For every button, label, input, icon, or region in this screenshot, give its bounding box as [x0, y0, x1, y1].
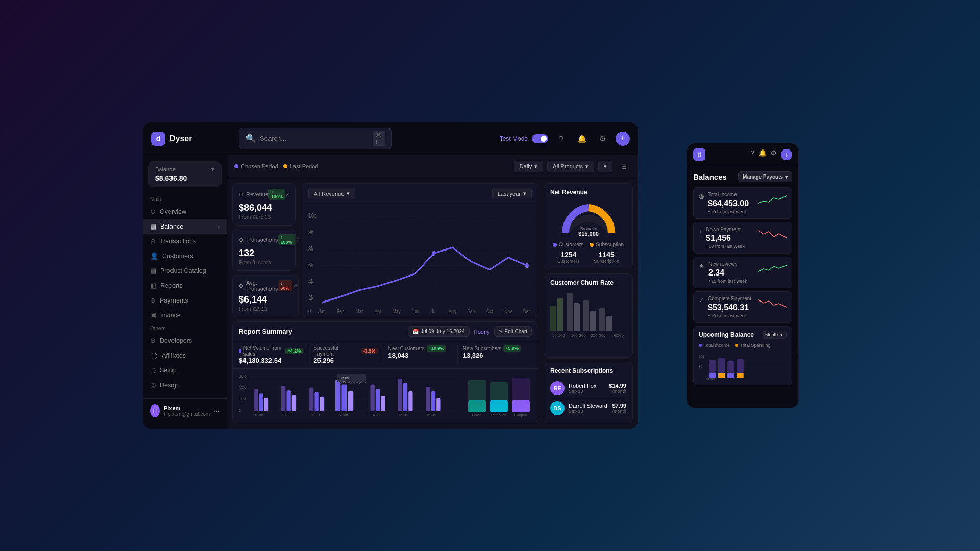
period-dropdown[interactable]: Last year ▾	[492, 188, 532, 199]
avg-trans-icon: ⊙	[239, 283, 243, 289]
svg-text:Sep: Sep	[467, 308, 475, 314]
chart-body: 10k 9k 8k 6k 4k 2k 0	[302, 204, 538, 317]
user-email: hipixem@gmail.com	[164, 411, 210, 417]
report-date-btn[interactable]: 📅 Jul 09-July 16 2024	[408, 326, 470, 337]
svg-text:Apr: Apr	[375, 308, 382, 314]
all-products-dropdown[interactable]: All Products ▾	[547, 161, 594, 172]
new-reviews-value: 2.34	[708, 268, 754, 278]
transactions-stat-icon: ⊕	[239, 237, 243, 243]
filter-btn[interactable]: ⊞	[617, 159, 631, 173]
sidebar-item-customers[interactable]: 👤 Customers	[143, 248, 227, 263]
edit-chart-button[interactable]: ✎ Edit Chart	[494, 326, 532, 337]
svg-text:Feb: Feb	[337, 308, 345, 314]
rsp-header: d ? 🔔 ⚙ +	[687, 143, 798, 166]
subscription-item-1: RF Robert Fox Sep 18 $14.99 /month	[550, 379, 626, 398]
balance-chevron-icon: ▾	[211, 166, 214, 173]
subscription-count: 1145	[594, 251, 619, 259]
complete-payment-icon: ✓	[699, 297, 704, 304]
left-panel: ⊙ Revenue ↑ 160% ↗ $86,044 From $175.26	[227, 178, 544, 429]
hourly-button[interactable]: Hourly	[474, 329, 490, 335]
new-reviews-item: ★ New reviews 2.34 +10 from last week	[693, 257, 792, 288]
upcoming-header: Upcoming Balance Month ▾	[699, 331, 787, 339]
content-grid: ⊙ Revenue ↑ 160% ↗ $86,044 From $175.26	[227, 178, 638, 429]
svg-text:20k: 20k	[239, 374, 246, 379]
churn-bar	[583, 300, 589, 331]
churn-bar	[599, 308, 605, 331]
svg-rect-88	[737, 373, 744, 378]
svg-text:11 Jul: 11 Jul	[310, 414, 320, 417]
payments-icon: ⊕	[150, 296, 156, 304]
customers-legend-label: Customers	[559, 242, 583, 247]
net-revenue-title: Net Revenue	[550, 189, 626, 196]
upcoming-period-dropdown[interactable]: Month ▾	[762, 331, 787, 339]
help-icon[interactable]: ?	[554, 132, 569, 146]
net-volume-badge: +4.2%	[285, 348, 303, 354]
svg-rect-58	[436, 398, 440, 411]
rsp-bell-icon[interactable]: 🔔	[758, 149, 767, 160]
sidebar-user[interactable]: P Pixem hipixem@gmail.com ···	[143, 398, 227, 422]
user-more-icon[interactable]: ···	[214, 407, 219, 415]
new-reviews-sparkline	[758, 261, 787, 277]
report-header: Report Summary 📅 Jul 09-July 16 2024 Hou…	[233, 322, 538, 341]
down-payment-value: $1,456	[706, 234, 754, 243]
line-chart-svg: 10k 9k 8k 6k 4k 2k 0	[308, 208, 532, 315]
sidebar-item-product-catalog[interactable]: ▦ Product Catalog	[143, 263, 227, 278]
complete-payment-value: $53,546.31	[708, 303, 754, 312]
subscription-metric-label: Subscription	[594, 259, 619, 264]
sidebar-item-overview[interactable]: ⊙ Overview	[143, 204, 227, 219]
daily-dropdown[interactable]: Daily ▾	[514, 161, 543, 172]
svg-text:$15,000: $15,000	[578, 231, 599, 237]
balance-value: $8,636.80	[155, 174, 187, 182]
svg-text:15k: 15k	[239, 386, 246, 390]
balance-icon: ▦	[150, 222, 156, 230]
settings-icon[interactable]: ⚙	[595, 132, 609, 146]
customers-legend-dot	[553, 243, 557, 247]
sidebar-item-reports[interactable]: ◧ Reports	[143, 278, 227, 293]
rsp-settings-icon[interactable]: ⚙	[771, 149, 777, 160]
test-mode-toggle-group: Test Mode	[500, 134, 548, 143]
sidebar-item-invoice[interactable]: ▣ Invoice	[143, 308, 227, 322]
sidebar-item-payments[interactable]: ⊕ Payments	[143, 293, 227, 308]
customers-metric-label: Customers	[557, 259, 580, 264]
sidebar-item-developers[interactable]: ⊕ Developers	[143, 333, 227, 348]
total-income-label: Total Income	[708, 192, 754, 197]
sidebar-item-balance[interactable]: ▦ Balance ›	[143, 219, 227, 234]
search-input[interactable]	[260, 135, 369, 142]
svg-rect-45	[341, 385, 347, 411]
notifications-icon[interactable]: 🔔	[575, 132, 589, 146]
revenue-export-icon[interactable]: ↗	[285, 191, 290, 198]
transactions-export-icon[interactable]: ↗	[295, 237, 300, 243]
rsp-add-button[interactable]: +	[781, 149, 792, 160]
svg-rect-67	[468, 400, 486, 412]
svg-text:0: 0	[308, 308, 311, 315]
add-button[interactable]: +	[616, 132, 630, 146]
new-subscribers-value: 13,326	[463, 352, 527, 359]
churn-group-1	[550, 298, 564, 331]
report-title: Report Summary	[239, 328, 292, 335]
svg-text:10 Jul: 10 Jul	[282, 414, 292, 417]
period-label: Last year	[498, 191, 521, 197]
subscriber-avatar-2: DS	[550, 401, 565, 415]
balance-section[interactable]: Balance $8,636.80 ▾	[148, 161, 222, 187]
test-mode-toggle[interactable]	[532, 134, 548, 143]
header-controls: Daily ▾ All Products ▾ ▾ ⊞	[514, 159, 631, 173]
report-controls: 📅 Jul 09-July 16 2024 Hourly ✎ Edit Char…	[408, 326, 532, 337]
svg-text:Jun 09: Jun 09	[338, 376, 349, 379]
avg-transactions-stat-card: ⊙ Avg. Transactions ↓ 60% ↗ $6,144 From …	[232, 274, 299, 317]
avg-transactions-export-icon[interactable]: ↗	[292, 283, 297, 289]
revenue-type-dropdown[interactable]: All Revenue ▾	[308, 188, 355, 199]
rsp-help-icon[interactable]: ?	[751, 149, 754, 160]
manage-payouts-button[interactable]: Manage Payouts ▾	[738, 171, 792, 182]
sidebar-item-design[interactable]: ◎ Design	[143, 378, 227, 392]
sidebar-item-affiliates[interactable]: ◯ Affiliates	[143, 348, 227, 363]
sidebar-item-transactions[interactable]: ⊕ Transactions	[143, 234, 227, 248]
sidebar-item-setup[interactable]: ◌ Setup	[143, 363, 227, 378]
manage-chevron-icon: ▾	[785, 174, 788, 180]
down-payment-label: Down Payment	[706, 227, 754, 232]
churn-bar	[557, 298, 564, 331]
svg-rect-50	[370, 385, 374, 411]
churn-x-label-2: 100-200	[570, 333, 587, 338]
filter-dropdown[interactable]: ▾	[598, 161, 612, 172]
down-payment-icon: ↓	[699, 228, 702, 235]
search-bar[interactable]: 🔍 ⌘ I	[239, 128, 392, 149]
